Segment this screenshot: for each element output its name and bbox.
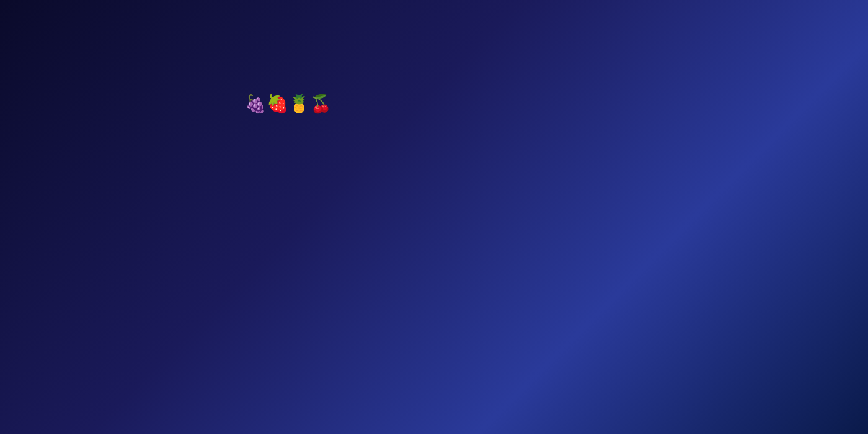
column-misc-npcs: Misc NPCS FRDE Fruit Dealer Spirit M...(… (764, 33, 868, 399)
board-area: Haze Piece PROJECTNEW WORLD 🟣 DISCORD 🐦 … (0, 27, 868, 434)
spirit-reset-image: Spirit M...(Stat R... (769, 176, 868, 269)
card-spirit-reset[interactable]: Spirit M...(Stat R... Stat Reset (769, 176, 868, 291)
